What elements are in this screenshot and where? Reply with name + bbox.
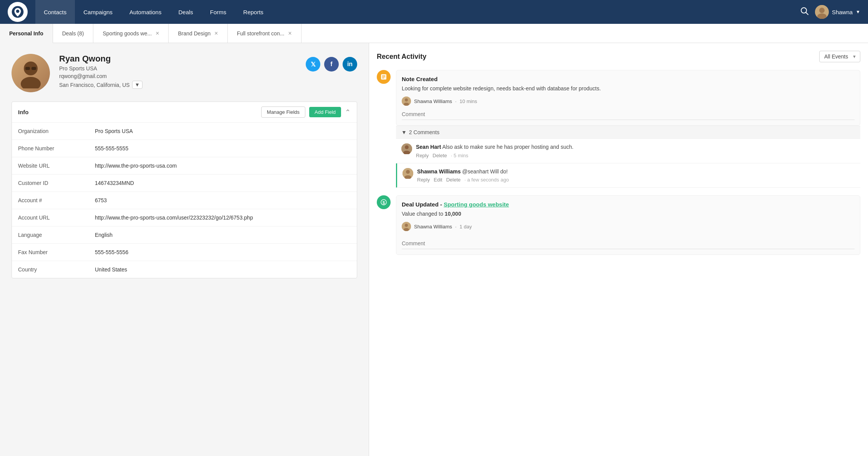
contact-avatar [12,54,50,92]
comment-item-shawna: Shawna Williams @seanhart Will do! Reply… [396,163,860,188]
chevron-down-icon: ▼ [856,9,860,15]
note-author-avatar [402,97,411,106]
deal-comment-input[interactable] [402,238,855,249]
sean-hart-reply-link[interactable]: Reply [416,153,429,158]
info-card-header: Info Manage Fields Add Field ⌃ [12,102,357,123]
info-label-3: Customer ID [12,175,89,191]
comments-toggle-arrow: ▼ [401,129,407,135]
sean-hart-avatar [401,143,412,154]
info-row: Account # 6753 [12,192,357,209]
close-storefront-icon[interactable]: × [288,30,292,37]
deal-name-link[interactable]: Sporting goods website [444,201,509,208]
nav-campaigns[interactable]: Campaigns [75,0,121,24]
nav-right: Shawna ▼ [800,5,860,19]
deal-card-body: Value changed to 10,000 [402,210,855,218]
note-comment-input[interactable] [402,109,855,120]
svg-text:$: $ [383,200,385,205]
svg-rect-8 [25,67,30,70]
sean-hart-comment-body: Sean Hart Also ask to make sure he has p… [416,143,855,158]
deal-meta: Shawna Williams · 1 day [402,222,855,231]
info-row: Phone Number 555-555-5555 [12,140,357,157]
info-label-4: Account # [12,192,89,209]
info-row: Account URL http://www.the-pro-sports-us… [12,209,357,226]
svg-point-7 [21,77,41,88]
facebook-icon[interactable]: f [324,57,339,72]
filter-wrapper: All Events Notes Deals Emails Tasks [819,51,860,62]
nav-automations[interactable]: Automations [121,0,170,24]
tab-deals[interactable]: Deals (8) [53,24,94,43]
contact-info: Ryan Qwong Pro Sports USA rqwong@gmail.c… [59,54,306,89]
note-author-name: Shawna Williams [414,98,452,104]
svg-point-27 [404,228,409,231]
collapse-icon[interactable]: ⌃ [345,108,351,116]
deal-activity-content: Deal Updated - Sporting goods website Va… [396,195,860,255]
close-sporting-goods-icon[interactable]: × [156,30,159,37]
navbar: Contacts Campaigns Automations Deals For… [0,0,868,24]
close-brand-design-icon[interactable]: × [214,30,218,37]
shawna-delete-link[interactable]: Delete [446,177,461,183]
nav-items: Contacts Campaigns Automations Deals For… [35,0,800,24]
deal-card: Deal Updated - Sporting goods website Va… [396,195,860,255]
deal-author-avatar [402,222,411,231]
svg-point-15 [405,98,408,102]
activity-item-deal: $ Deal Updated - Sporting goods website … [377,195,860,255]
tab-storefront[interactable]: Full storefront con... × [228,24,301,43]
info-card-actions: Manage Fields Add Field [261,107,341,118]
comments-toggle[interactable]: ▼ 2 Comments [396,126,860,139]
linkedin-icon[interactable]: in [343,57,357,72]
shawna-edit-link[interactable]: Edit [434,177,442,183]
sean-hart-name: Sean Hart [416,144,441,150]
shawna-reply-link[interactable]: Reply [417,177,430,183]
deal-time: 1 day [460,224,472,230]
search-icon[interactable] [800,7,809,17]
tab-sporting-goods[interactable]: Sporting goods we... × [93,24,169,43]
deal-icon: $ [377,195,391,209]
nav-user[interactable]: Shawna ▼ [815,5,860,19]
nav-forms[interactable]: Forms [202,0,235,24]
info-label-2: Website URL [12,157,89,174]
shawna-avatar-comment [403,168,413,179]
add-field-button[interactable]: Add Field [309,107,341,117]
svg-point-21 [406,170,410,174]
left-panel: Ryan Qwong Pro Sports USA rqwong@gmail.c… [0,43,369,456]
location-dropdown-button[interactable]: ▼ [132,81,142,89]
info-row: Fax Number 555-555-5556 [12,244,357,261]
shawna-comment-actions: Reply Edit Delete · a few seconds ago [417,177,855,183]
avatar [815,5,829,19]
deal-value: 10,000 [445,211,461,217]
info-value-6: English [89,226,357,243]
shawna-comment-author: Shawna Williams [417,168,461,175]
note-activity-content: Note Created Looking for complete websit… [396,70,860,188]
info-label-5: Account URL [12,209,89,226]
contact-name: Ryan Qwong [59,54,306,64]
right-panel: Recent Activity All Events Notes Deals E… [369,43,868,456]
comment-thread: Sean Hart Also ask to make sure he has p… [396,139,860,188]
shawna-comment-body: Shawna Williams @seanhart Will do! Reply… [417,168,855,183]
info-value-8: United States [89,261,357,278]
info-row: Website URL http://www.the-pro-sports-us… [12,157,357,175]
shawna-comment-time: · a few seconds ago [464,177,509,183]
contact-location: San Francisco, California, US ▼ [59,81,306,89]
nav-reports[interactable]: Reports [235,0,272,24]
info-rows: Organization Pro Sports USA Phone Number… [12,123,357,278]
sean-hart-delete-link[interactable]: Delete [432,153,447,158]
tab-personal-info[interactable]: Personal Info [0,24,53,43]
tab-brand-design[interactable]: Brand Design × [169,24,227,43]
note-card-body: Looking for complete website redesign, n… [402,85,855,93]
nav-username: Shawna [832,9,853,15]
nav-contacts[interactable]: Contacts [35,0,75,24]
contact-email: rqwong@gmail.com [59,73,306,79]
activity-title: Recent Activity [377,53,426,61]
info-label-6: Language [12,226,89,243]
tabs-bar: Personal Info Deals (8) Sporting goods w… [0,24,868,43]
note-card-title: Note Created [402,76,855,82]
shawna-comment-text: @seanhart Will do! [462,168,507,175]
twitter-icon[interactable]: 𝕏 [306,57,320,72]
manage-fields-button[interactable]: Manage Fields [261,107,305,118]
activity-filter-select[interactable]: All Events Notes Deals Emails Tasks [819,51,860,62]
svg-point-18 [405,145,409,149]
svg-point-1 [16,10,20,13]
note-card: Note Created Looking for complete websit… [396,70,860,126]
nav-deals[interactable]: Deals [170,0,201,24]
info-row: Language English [12,226,357,244]
